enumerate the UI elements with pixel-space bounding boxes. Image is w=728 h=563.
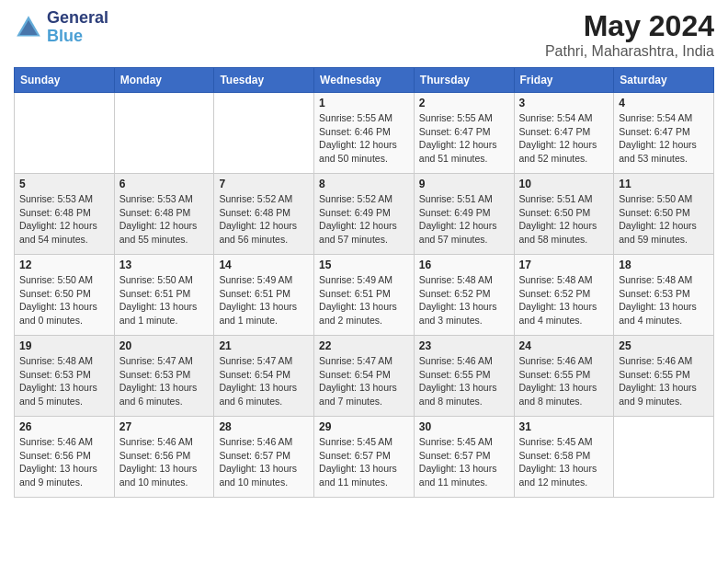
calendar-cell: 9Sunrise: 5:51 AMSunset: 6:49 PMDaylight… bbox=[414, 174, 514, 255]
calendar-cell: 30Sunrise: 5:45 AMSunset: 6:57 PMDayligh… bbox=[414, 417, 514, 498]
day-number: 22 bbox=[319, 339, 409, 352]
week-row-3: 12Sunrise: 5:50 AMSunset: 6:50 PMDayligh… bbox=[15, 255, 714, 336]
day-info: Sunrise: 5:54 AMSunset: 6:47 PMDaylight:… bbox=[519, 111, 609, 166]
day-number: 29 bbox=[319, 420, 409, 433]
calendar-cell: 15Sunrise: 5:49 AMSunset: 6:51 PMDayligh… bbox=[314, 255, 415, 336]
weekday-header-thursday: Thursday bbox=[414, 68, 514, 93]
calendar-cell: 3Sunrise: 5:54 AMSunset: 6:47 PMDaylight… bbox=[514, 93, 614, 174]
main-title: May 2024 bbox=[545, 9, 714, 43]
weekday-header-wednesday: Wednesday bbox=[314, 68, 415, 93]
calendar-cell: 11Sunrise: 5:50 AMSunset: 6:50 PMDayligh… bbox=[614, 174, 714, 255]
day-number: 23 bbox=[419, 339, 509, 352]
calendar-cell: 27Sunrise: 5:46 AMSunset: 6:56 PMDayligh… bbox=[114, 417, 214, 498]
day-number: 28 bbox=[219, 420, 309, 433]
subtitle: Pathri, Maharashtra, India bbox=[545, 43, 714, 60]
day-number: 5 bbox=[19, 178, 109, 190]
logo: General Blue bbox=[14, 9, 108, 46]
day-info: Sunrise: 5:46 AMSunset: 6:57 PMDaylight:… bbox=[219, 435, 309, 489]
logo-text: General Blue bbox=[47, 9, 108, 46]
week-row-2: 5Sunrise: 5:53 AMSunset: 6:48 PMDaylight… bbox=[15, 174, 714, 255]
calendar-cell: 2Sunrise: 5:55 AMSunset: 6:47 PMDaylight… bbox=[414, 93, 514, 174]
day-number: 6 bbox=[119, 178, 210, 190]
day-number: 31 bbox=[519, 420, 609, 433]
week-row-1: 1Sunrise: 5:55 AMSunset: 6:46 PMDaylight… bbox=[15, 93, 714, 174]
day-number: 30 bbox=[419, 420, 509, 433]
day-info: Sunrise: 5:48 AMSunset: 6:53 PMDaylight:… bbox=[19, 354, 109, 408]
calendar-cell: 16Sunrise: 5:48 AMSunset: 6:52 PMDayligh… bbox=[414, 255, 514, 336]
week-row-5: 26Sunrise: 5:46 AMSunset: 6:56 PMDayligh… bbox=[15, 417, 714, 498]
day-info: Sunrise: 5:46 AMSunset: 6:55 PMDaylight:… bbox=[419, 354, 509, 408]
calendar-cell: 31Sunrise: 5:45 AMSunset: 6:58 PMDayligh… bbox=[514, 417, 614, 498]
day-info: Sunrise: 5:48 AMSunset: 6:52 PMDaylight:… bbox=[419, 273, 509, 327]
day-info: Sunrise: 5:48 AMSunset: 6:52 PMDaylight:… bbox=[519, 273, 609, 327]
logo-icon bbox=[14, 13, 43, 42]
calendar-cell: 14Sunrise: 5:49 AMSunset: 6:51 PMDayligh… bbox=[214, 255, 314, 336]
day-info: Sunrise: 5:46 AMSunset: 6:55 PMDaylight:… bbox=[619, 354, 709, 408]
title-block: May 2024 Pathri, Maharashtra, India bbox=[545, 9, 714, 60]
day-number: 3 bbox=[519, 97, 609, 109]
day-number: 20 bbox=[119, 339, 210, 352]
day-info: Sunrise: 5:49 AMSunset: 6:51 PMDaylight:… bbox=[319, 273, 409, 327]
day-number: 9 bbox=[419, 178, 509, 190]
calendar-body: 1Sunrise: 5:55 AMSunset: 6:46 PMDaylight… bbox=[15, 93, 714, 498]
day-info: Sunrise: 5:51 AMSunset: 6:50 PMDaylight:… bbox=[519, 192, 609, 247]
day-number: 13 bbox=[119, 259, 210, 271]
day-number: 18 bbox=[619, 259, 709, 271]
day-number: 7 bbox=[219, 178, 309, 190]
day-number: 25 bbox=[619, 339, 709, 352]
day-info: Sunrise: 5:52 AMSunset: 6:48 PMDaylight:… bbox=[219, 192, 309, 247]
calendar-cell bbox=[614, 417, 714, 498]
day-info: Sunrise: 5:55 AMSunset: 6:46 PMDaylight:… bbox=[319, 111, 409, 166]
calendar-cell: 12Sunrise: 5:50 AMSunset: 6:50 PMDayligh… bbox=[15, 255, 115, 336]
day-number: 12 bbox=[19, 259, 109, 271]
calendar-header: SundayMondayTuesdayWednesdayThursdayFrid… bbox=[15, 68, 714, 93]
day-number: 19 bbox=[19, 339, 109, 352]
day-info: Sunrise: 5:55 AMSunset: 6:47 PMDaylight:… bbox=[419, 111, 509, 166]
day-info: Sunrise: 5:47 AMSunset: 6:53 PMDaylight:… bbox=[119, 354, 210, 408]
calendar-cell: 24Sunrise: 5:46 AMSunset: 6:55 PMDayligh… bbox=[514, 336, 614, 417]
calendar-cell: 7Sunrise: 5:52 AMSunset: 6:48 PMDaylight… bbox=[214, 174, 314, 255]
page-header: General Blue May 2024 Pathri, Maharashtr… bbox=[14, 9, 714, 60]
day-info: Sunrise: 5:46 AMSunset: 6:56 PMDaylight:… bbox=[19, 435, 109, 489]
calendar-cell: 22Sunrise: 5:47 AMSunset: 6:54 PMDayligh… bbox=[314, 336, 415, 417]
calendar-cell: 20Sunrise: 5:47 AMSunset: 6:53 PMDayligh… bbox=[114, 336, 214, 417]
calendar-cell: 8Sunrise: 5:52 AMSunset: 6:49 PMDaylight… bbox=[314, 174, 415, 255]
weekday-header-tuesday: Tuesday bbox=[214, 68, 314, 93]
day-number: 11 bbox=[619, 178, 709, 190]
day-number: 8 bbox=[319, 178, 409, 190]
day-number: 10 bbox=[519, 178, 609, 190]
day-number: 21 bbox=[219, 339, 309, 352]
day-info: Sunrise: 5:53 AMSunset: 6:48 PMDaylight:… bbox=[19, 192, 109, 247]
day-number: 14 bbox=[219, 259, 309, 271]
weekday-header-saturday: Saturday bbox=[614, 68, 714, 93]
calendar-cell: 17Sunrise: 5:48 AMSunset: 6:52 PMDayligh… bbox=[514, 255, 614, 336]
day-info: Sunrise: 5:50 AMSunset: 6:51 PMDaylight:… bbox=[119, 273, 210, 327]
calendar-cell: 1Sunrise: 5:55 AMSunset: 6:46 PMDaylight… bbox=[314, 93, 415, 174]
calendar-cell: 23Sunrise: 5:46 AMSunset: 6:55 PMDayligh… bbox=[414, 336, 514, 417]
calendar-cell: 10Sunrise: 5:51 AMSunset: 6:50 PMDayligh… bbox=[514, 174, 614, 255]
weekday-header-monday: Monday bbox=[114, 68, 214, 93]
day-info: Sunrise: 5:53 AMSunset: 6:48 PMDaylight:… bbox=[119, 192, 210, 247]
day-info: Sunrise: 5:45 AMSunset: 6:57 PMDaylight:… bbox=[419, 435, 509, 489]
calendar-cell: 5Sunrise: 5:53 AMSunset: 6:48 PMDaylight… bbox=[15, 174, 115, 255]
day-info: Sunrise: 5:50 AMSunset: 6:50 PMDaylight:… bbox=[19, 273, 109, 327]
day-number: 1 bbox=[319, 97, 409, 109]
day-number: 16 bbox=[419, 259, 509, 271]
day-info: Sunrise: 5:48 AMSunset: 6:53 PMDaylight:… bbox=[619, 273, 709, 327]
calendar-cell: 18Sunrise: 5:48 AMSunset: 6:53 PMDayligh… bbox=[614, 255, 714, 336]
day-info: Sunrise: 5:45 AMSunset: 6:57 PMDaylight:… bbox=[319, 435, 409, 489]
day-number: 24 bbox=[519, 339, 609, 352]
day-info: Sunrise: 5:46 AMSunset: 6:56 PMDaylight:… bbox=[119, 435, 210, 489]
day-info: Sunrise: 5:47 AMSunset: 6:54 PMDaylight:… bbox=[219, 354, 309, 408]
calendar-table: SundayMondayTuesdayWednesdayThursdayFrid… bbox=[14, 67, 714, 498]
weekday-header-friday: Friday bbox=[514, 68, 614, 93]
calendar-cell: 4Sunrise: 5:54 AMSunset: 6:47 PMDaylight… bbox=[614, 93, 714, 174]
calendar-cell: 29Sunrise: 5:45 AMSunset: 6:57 PMDayligh… bbox=[314, 417, 415, 498]
calendar-cell bbox=[15, 93, 115, 174]
calendar-cell: 13Sunrise: 5:50 AMSunset: 6:51 PMDayligh… bbox=[114, 255, 214, 336]
day-number: 27 bbox=[119, 420, 210, 433]
calendar-cell bbox=[114, 93, 214, 174]
calendar-cell bbox=[214, 93, 314, 174]
day-info: Sunrise: 5:46 AMSunset: 6:55 PMDaylight:… bbox=[519, 354, 609, 408]
day-info: Sunrise: 5:54 AMSunset: 6:47 PMDaylight:… bbox=[619, 111, 709, 166]
